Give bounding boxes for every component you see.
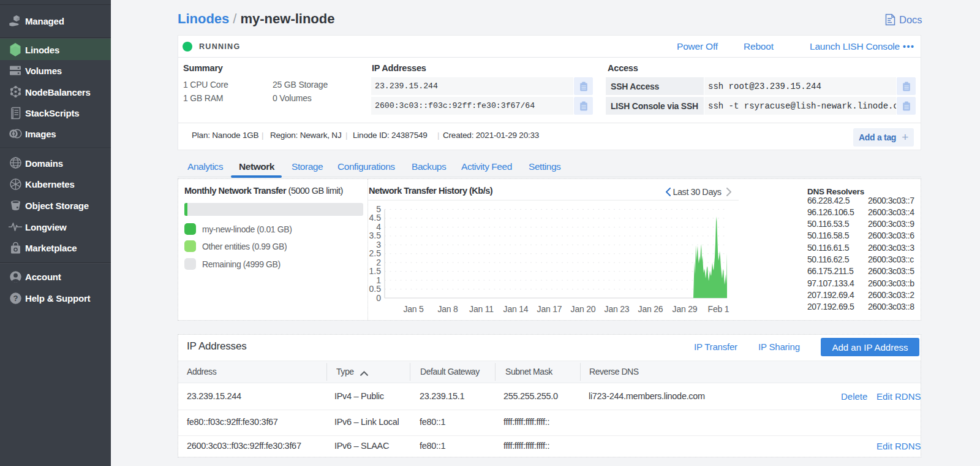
- svg-text:?: ?: [13, 294, 18, 303]
